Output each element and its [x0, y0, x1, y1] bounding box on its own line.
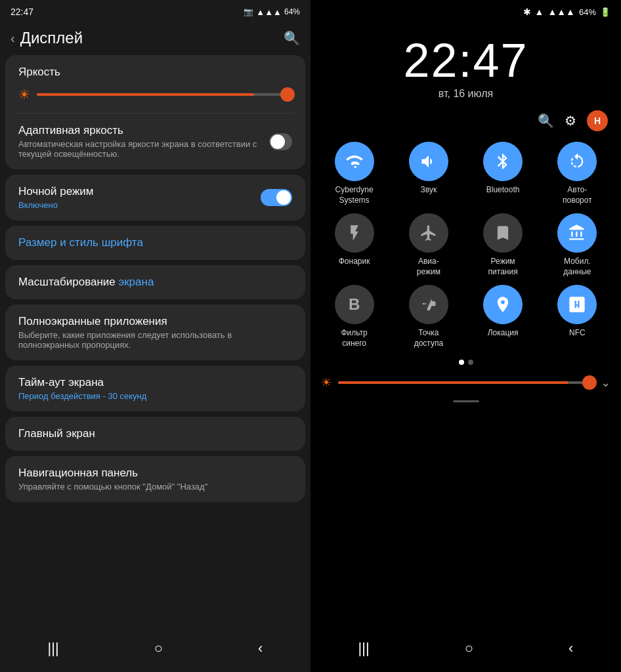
brightness-thumb-right[interactable]	[582, 375, 597, 390]
home-button-right[interactable]: ○	[465, 640, 473, 657]
camera-icon: 📷	[244, 7, 253, 16]
sun-icon-right: ☀	[321, 375, 332, 390]
night-mode-card: Ночной режим Включено	[5, 175, 305, 220]
nav-bar-right: ||| ○ ‹	[310, 630, 621, 672]
qs-header: 🔍 ⚙ H	[310, 105, 621, 136]
brightness-slider[interactable]	[37, 93, 292, 96]
bluefilter-tile-label: Фильтр синего	[341, 328, 367, 348]
brightness-card: Яркость ☀ Адаптивная яркость Автоматичес…	[5, 55, 305, 169]
nav-panel-item[interactable]: Навигационная панель Управляйте с помощь…	[5, 456, 305, 502]
bottom-divider	[453, 400, 479, 402]
adaptive-brightness-row: Адаптивная яркость Автоматическая настро…	[18, 124, 292, 159]
brightness-fill	[37, 93, 254, 96]
qs-tile-hotspot[interactable]: Точка доступа	[395, 285, 461, 348]
qs-settings-icon[interactable]: ⚙	[565, 113, 576, 129]
qs-tile-powermode[interactable]: Режим питания	[470, 213, 536, 277]
powermode-tile-icon	[483, 213, 523, 253]
airplane-tile-label: Авиа- режим	[417, 257, 440, 277]
qs-tile-sound[interactable]: Звук	[395, 142, 461, 205]
back-button-nav-left[interactable]: ‹	[258, 640, 263, 657]
night-mode-toggle[interactable]	[261, 189, 292, 206]
home-screen-card: Главный экран	[5, 417, 305, 451]
font-size-item[interactable]: Размер и стиль шрифта	[5, 226, 305, 260]
clock-area: 22:47 вт, 16 июля	[310, 24, 621, 105]
back-button[interactable]: ‹	[11, 31, 15, 46]
scale-item[interactable]: Масштабирование экрана	[5, 265, 305, 299]
fullscreen-title: Полноэкранные приложения	[18, 315, 292, 328]
night-mode-item[interactable]: Ночной режим Включено	[5, 175, 305, 220]
qs-tile-bluetooth[interactable]: Bluetooth	[470, 142, 536, 205]
qs-tile-location[interactable]: Локация	[470, 285, 536, 348]
brightness-thumb[interactable]	[280, 87, 295, 102]
qs-pagination-dots	[310, 360, 621, 365]
bluefilter-tile-icon: B	[335, 285, 374, 324]
sound-tile-icon	[409, 142, 448, 181]
qs-tile-flashlight[interactable]: Фонарик	[321, 213, 387, 277]
night-mode-text: Ночной режим Включено	[18, 185, 94, 210]
timeout-subtitle: Период бездействия - 30 секунд	[18, 391, 292, 401]
nav-panel-subtitle: Управляйте с помощью кнопок "Домой" "Наз…	[18, 482, 292, 492]
qs-tile-bluefilter[interactable]: B Фильтр синего	[321, 285, 387, 348]
qs-dot-1	[459, 360, 464, 365]
brightness-expand-icon[interactable]: ⌄	[601, 375, 610, 390]
battery-right: 64%	[579, 7, 596, 17]
status-bar-left: 22:47 📷 ▲▲▲ 64%	[0, 0, 310, 24]
adaptive-brightness-toggle[interactable]	[269, 133, 292, 150]
home-screen-item[interactable]: Главный экран	[5, 417, 305, 451]
qs-tile-airplane[interactable]: Авиа- режим	[395, 213, 461, 277]
timeout-title: Тайм-аут экрана	[18, 376, 292, 389]
nav-panel-card: Навигационная панель Управляйте с помощь…	[5, 456, 305, 502]
airplane-tile-icon	[409, 213, 448, 253]
flashlight-tile-icon	[335, 213, 374, 253]
timeout-card: Тайм-аут экрана Период бездействия - 30 …	[5, 366, 305, 411]
qs-dot-2	[468, 360, 473, 365]
font-size-title: Размер и стиль шрифта	[18, 236, 292, 249]
user-avatar[interactable]: H	[587, 110, 608, 131]
night-mode-knob	[276, 190, 291, 205]
signal-icon-right: ▲▲▲	[547, 7, 575, 17]
autorotate-tile-label: Авто- поворот	[563, 185, 592, 205]
adaptive-brightness-item[interactable]: Адаптивная яркость Автоматическая настро…	[5, 114, 305, 169]
brightness-fill-right	[338, 381, 568, 384]
timeout-item[interactable]: Тайм-аут экрана Период бездействия - 30 …	[5, 366, 305, 411]
status-icons-left: 📷 ▲▲▲ 64%	[244, 7, 300, 17]
qs-tile-mobiledata[interactable]: Мобил. данные	[544, 213, 610, 277]
bluetooth-tile-label: Bluetooth	[486, 185, 520, 196]
sound-tile-label: Звук	[421, 185, 437, 196]
status-time-left: 22:47	[11, 7, 33, 17]
fullscreen-item[interactable]: Полноэкранные приложения Выберите, какие…	[5, 304, 305, 360]
clock-time: 22:47	[310, 37, 621, 84]
home-screen-title: Главный экран	[18, 427, 292, 440]
qs-tile-wifi[interactable]: Cyberdyne Systems	[321, 142, 387, 205]
autorotate-tile-icon	[557, 142, 597, 181]
home-button-left[interactable]: ○	[154, 640, 163, 657]
brightness-bar-right: ☀ ⌄	[310, 370, 621, 395]
bluetooth-status-icon: ✱	[523, 7, 531, 17]
top-bar-left: ‹ Дисплей 🔍	[0, 24, 310, 55]
qs-tile-nfc[interactable]: NFC	[544, 285, 610, 348]
mobiledata-tile-icon	[557, 213, 597, 253]
left-panel: 22:47 📷 ▲▲▲ 64% ‹ Дисплей 🔍 Яркость ☀	[0, 0, 310, 672]
adaptive-brightness-text: Адаптивная яркость Автоматическая настро…	[18, 124, 269, 159]
nav-bar-left: ||| ○ ‹	[0, 630, 310, 672]
wifi-status-icon: ▲	[535, 7, 544, 17]
night-mode-row: Ночной режим Включено	[18, 185, 292, 210]
qs-grid: Cyberdyne Systems Звук Bluetooth	[310, 136, 621, 354]
qs-tile-autorotate[interactable]: Авто- поворот	[544, 142, 610, 205]
back-button-nav-right[interactable]: ‹	[568, 640, 573, 657]
recent-apps-button-right[interactable]: |||	[358, 640, 370, 657]
location-tile-label: Локация	[488, 328, 519, 339]
search-icon[interactable]: 🔍	[284, 30, 300, 46]
location-tile-icon	[483, 285, 523, 324]
brightness-section: Яркость ☀	[5, 55, 305, 113]
battery-left: 64%	[284, 7, 300, 16]
wifi-tile-icon	[335, 142, 374, 181]
clock-date: вт, 16 июля	[310, 88, 621, 100]
qs-search-icon[interactable]: 🔍	[538, 113, 554, 129]
scale-title: Масштабирование экрана	[18, 276, 292, 289]
signal-bar-left: ▲▲▲	[256, 7, 282, 17]
brightness-slider-right[interactable]	[338, 381, 594, 384]
bluetooth-tile-icon	[483, 142, 523, 181]
status-bar-right: ✱ ▲ ▲▲▲ 64% 🔋	[310, 0, 621, 24]
recent-apps-button-left[interactable]: |||	[48, 640, 59, 657]
